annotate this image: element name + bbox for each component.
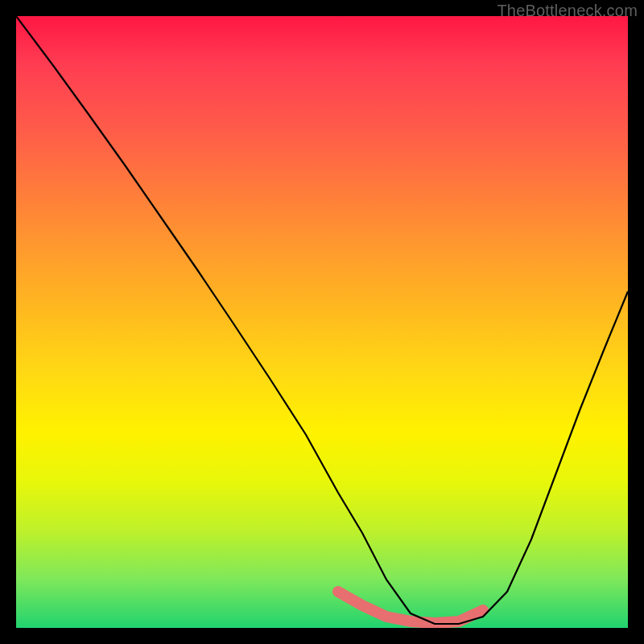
watermark-text: TheBottleneck.com bbox=[497, 2, 638, 20]
bottleneck-curve bbox=[16, 16, 628, 624]
highlight-segment bbox=[338, 592, 483, 623]
plot-area bbox=[16, 16, 628, 628]
chart-svg bbox=[16, 16, 628, 628]
chart-frame: TheBottleneck.com bbox=[0, 0, 644, 644]
